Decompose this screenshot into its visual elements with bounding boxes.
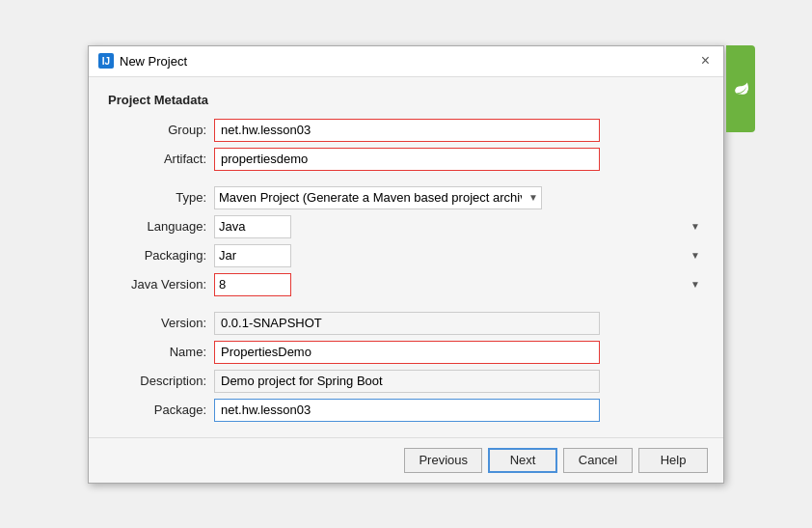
title-bar-left: IJ New Project (98, 53, 187, 69)
group-label: Group: (108, 123, 214, 137)
version-input[interactable] (214, 312, 600, 335)
package-input[interactable] (214, 399, 600, 422)
new-project-dialog: IJ New Project × Project Metadata Group:… (88, 45, 724, 484)
dialog-footer: Previous Next Cancel Help (89, 437, 723, 483)
language-select-arrow-icon: ▼ (690, 221, 700, 232)
form-grid: Group: Artifact: Type: Maven Project (Ge… (108, 119, 704, 422)
language-label: Language: (108, 219, 214, 234)
java-version-arrow-icon: ▼ (690, 279, 700, 290)
java-version-label: Java Version: (108, 277, 214, 292)
type-row: Maven Project (Generate a Maven based pr… (214, 186, 704, 209)
artifact-input[interactable] (214, 148, 600, 171)
title-bar: IJ New Project × (89, 46, 723, 77)
section-title: Project Metadata (108, 93, 704, 107)
version-label: Version: (108, 316, 214, 330)
next-button[interactable]: Next (488, 448, 557, 473)
artifact-label: Artifact: (108, 152, 214, 166)
java-version-select-wrapper: 8 11 17 21 ▼ (214, 273, 704, 296)
dialog-title: New Project (120, 54, 187, 69)
help-button[interactable]: Help (638, 448, 708, 473)
java-version-select[interactable]: 8 11 17 21 (214, 273, 291, 296)
packaging-select-wrapper: Jar War ▼ (214, 244, 704, 267)
group-input[interactable] (214, 119, 600, 142)
dialog-content: Project Metadata Group: Artifact: Type: … (89, 77, 723, 437)
language-select-wrapper: Java Kotlin Groovy ▼ (214, 215, 704, 238)
description-input[interactable] (214, 370, 600, 393)
app-icon: IJ (98, 53, 114, 69)
cancel-button[interactable]: Cancel (563, 448, 633, 473)
previous-button[interactable]: Previous (404, 448, 482, 473)
packaging-label: Packaging: (108, 248, 214, 263)
language-select[interactable]: Java Kotlin Groovy (214, 215, 291, 238)
packaging-select-arrow-icon: ▼ (690, 250, 700, 261)
type-select[interactable]: Maven Project (Generate a Maven based pr… (214, 186, 542, 209)
name-input[interactable] (214, 341, 600, 364)
close-button[interactable]: × (697, 53, 714, 69)
type-label: Type: (108, 190, 214, 205)
name-label: Name: (108, 345, 214, 359)
packaging-select[interactable]: Jar War (214, 244, 291, 267)
package-label: Package: (108, 403, 214, 417)
description-label: Description: (108, 374, 214, 388)
spring-logo (726, 45, 755, 132)
type-select-wrapper: Maven Project (Generate a Maven based pr… (214, 186, 542, 209)
